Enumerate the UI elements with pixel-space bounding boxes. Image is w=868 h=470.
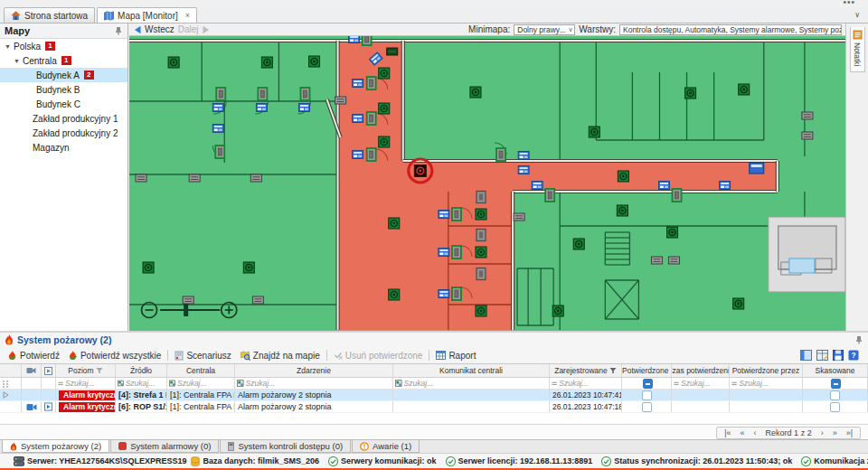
lookup-filter-icon[interactable] bbox=[395, 380, 402, 387]
door-contact-icon[interactable] bbox=[673, 189, 682, 202]
expander-icon[interactable]: ▼ bbox=[4, 43, 12, 50]
header-skasowane[interactable]: Skasowane bbox=[803, 364, 868, 377]
minimap[interactable] bbox=[769, 217, 845, 292]
equals-filter-icon[interactable] bbox=[674, 381, 679, 387]
tab-system-alarmowy[interactable]: System alarmowy (0) bbox=[110, 440, 219, 453]
layers-select[interactable]: Kontrola dostępu, Automatyka, Systemy al… bbox=[619, 24, 842, 35]
card-reader-icon[interactable] bbox=[439, 290, 449, 298]
confirmed-checkbox[interactable] bbox=[642, 402, 652, 412]
card-reader-icon[interactable] bbox=[353, 80, 363, 88]
equals-filter-icon[interactable] bbox=[58, 381, 63, 387]
remove-confirmed-button[interactable]: Usuń potwierdzone bbox=[329, 348, 428, 362]
smoke-detector-icon[interactable] bbox=[589, 127, 599, 137]
smoke-detector-icon[interactable] bbox=[261, 57, 272, 68]
equipment-box-icon[interactable] bbox=[514, 213, 524, 221]
deleted-checkbox[interactable] bbox=[830, 402, 840, 412]
event-row-2[interactable]: Alarm krytyczny [6]: ROP S1/1 [1]: Centr… bbox=[0, 401, 868, 413]
layout-edit-icon[interactable] bbox=[816, 350, 828, 361]
pager-next-button[interactable]: › bbox=[821, 428, 824, 437]
header-centrala[interactable]: Centrala bbox=[167, 364, 235, 377]
search-input[interactable] bbox=[246, 379, 392, 388]
smoke-detector-icon[interactable] bbox=[618, 171, 628, 182]
smoke-detector-icon[interactable] bbox=[552, 306, 563, 316]
equipment-box-icon[interactable] bbox=[189, 174, 200, 182]
smoke-detector-icon[interactable] bbox=[143, 262, 154, 273]
tab-kontrola-dostepu[interactable]: System kontroli dostępu (0) bbox=[220, 440, 351, 453]
report-button[interactable]: Raport bbox=[431, 348, 480, 362]
search-input[interactable] bbox=[65, 379, 115, 388]
door-contact-icon[interactable] bbox=[367, 148, 376, 161]
help-icon[interactable]: ? bbox=[848, 350, 859, 361]
pager-next-fast-button[interactable]: » bbox=[833, 428, 837, 437]
tree-node-budynek-b[interactable]: Budynek B bbox=[0, 82, 127, 97]
smoke-detector-icon[interactable] bbox=[168, 57, 179, 68]
search-input[interactable] bbox=[739, 379, 802, 388]
lookup-filter-icon[interactable] bbox=[237, 380, 244, 387]
confirmed-checkbox[interactable] bbox=[642, 390, 652, 400]
door-contact-icon[interactable] bbox=[452, 208, 461, 221]
tree-node-centrala[interactable]: ▼ Centrala 1 bbox=[0, 53, 127, 68]
door-icon[interactable] bbox=[476, 268, 486, 280]
confirmed-filter-checkbox[interactable] bbox=[643, 379, 653, 389]
door-contact-icon[interactable] bbox=[363, 36, 372, 45]
lookup-filter-icon[interactable] bbox=[169, 380, 175, 387]
header-camera[interactable] bbox=[22, 364, 42, 377]
header-zrodlo[interactable]: Źródło bbox=[116, 364, 167, 377]
smoke-detector-icon[interactable] bbox=[667, 227, 678, 238]
smoke-detector-icon[interactable] bbox=[573, 239, 584, 249]
card-reader-icon[interactable] bbox=[439, 211, 449, 219]
door-contact-icon[interactable] bbox=[367, 77, 376, 89]
equals-filter-icon[interactable] bbox=[731, 381, 737, 387]
header-zdarzenie[interactable]: Zdarzenie bbox=[235, 364, 393, 377]
door-contact-icon[interactable] bbox=[300, 88, 309, 100]
tree-node-magazyn[interactable]: Magazyn bbox=[0, 140, 127, 155]
filter-icon[interactable] bbox=[609, 367, 617, 374]
door-icon[interactable] bbox=[476, 230, 486, 241]
door-contact-icon[interactable] bbox=[452, 246, 461, 258]
header-poziom[interactable]: Poziom bbox=[56, 364, 116, 377]
equipment-box-icon[interactable] bbox=[335, 97, 346, 104]
smoke-detector-icon[interactable] bbox=[379, 136, 390, 147]
smoke-detector-icon[interactable] bbox=[309, 56, 320, 67]
tree-node-budynek-a[interactable]: Budynek A 2 bbox=[0, 68, 127, 82]
smoke-detector-icon[interactable] bbox=[389, 289, 400, 300]
search-input[interactable] bbox=[404, 379, 549, 388]
card-reader-icon[interactable] bbox=[720, 182, 731, 190]
equipment-box-icon[interactable] bbox=[136, 174, 146, 182]
confirm-button[interactable]: Potwierdź bbox=[4, 348, 64, 362]
play-cell[interactable] bbox=[42, 401, 56, 412]
smoke-detector-icon[interactable] bbox=[733, 298, 744, 309]
equipment-box-icon[interactable] bbox=[387, 48, 398, 55]
tree-node-zaklad-2[interactable]: Zakład produkcyjny 2 bbox=[0, 126, 127, 140]
search-input[interactable] bbox=[177, 379, 234, 388]
door-contact-icon[interactable] bbox=[258, 88, 267, 100]
equals-filter-icon[interactable] bbox=[552, 381, 557, 387]
smoke-detector-icon[interactable] bbox=[379, 103, 390, 114]
door-contact-icon[interactable] bbox=[216, 88, 225, 100]
deleted-filter-checkbox[interactable] bbox=[831, 379, 841, 389]
pager-prev-fast-button[interactable]: « bbox=[741, 428, 745, 437]
smoke-detector-icon[interactable] bbox=[389, 218, 400, 229]
save-icon[interactable] bbox=[833, 350, 844, 361]
expand-cell[interactable] bbox=[0, 390, 22, 400]
equipment-box-icon[interactable] bbox=[669, 257, 680, 264]
chevron-down-icon[interactable]: ∨ bbox=[854, 11, 860, 19]
header-potwierdzone-przez[interactable]: Potwierdzone przez bbox=[730, 364, 803, 377]
io-module-icon[interactable] bbox=[750, 163, 764, 174]
smoke-detector-icon[interactable] bbox=[476, 247, 486, 258]
card-reader-icon[interactable] bbox=[349, 36, 360, 43]
smoke-detector-icon[interactable] bbox=[617, 205, 627, 216]
floor-plan-map[interactable] bbox=[129, 36, 845, 331]
tab-strona-startowa[interactable]: Strona startowa bbox=[4, 7, 95, 23]
card-reader-icon[interactable] bbox=[212, 125, 223, 133]
card-reader-icon[interactable] bbox=[353, 151, 363, 159]
smoke-detector-icon[interactable] bbox=[470, 87, 481, 98]
header-komunikat[interactable]: Komunikat centrali bbox=[393, 364, 550, 377]
search-input[interactable] bbox=[126, 379, 166, 388]
search-input[interactable] bbox=[559, 379, 621, 388]
event-row-1[interactable]: Alarm krytyczny [4]: Strefa 1 PPOŻ [1]: … bbox=[0, 390, 868, 401]
pin-icon[interactable] bbox=[854, 335, 863, 344]
card-reader-icon[interactable] bbox=[353, 115, 363, 123]
equipment-box-icon[interactable] bbox=[802, 132, 813, 139]
play-icon[interactable] bbox=[44, 402, 52, 411]
